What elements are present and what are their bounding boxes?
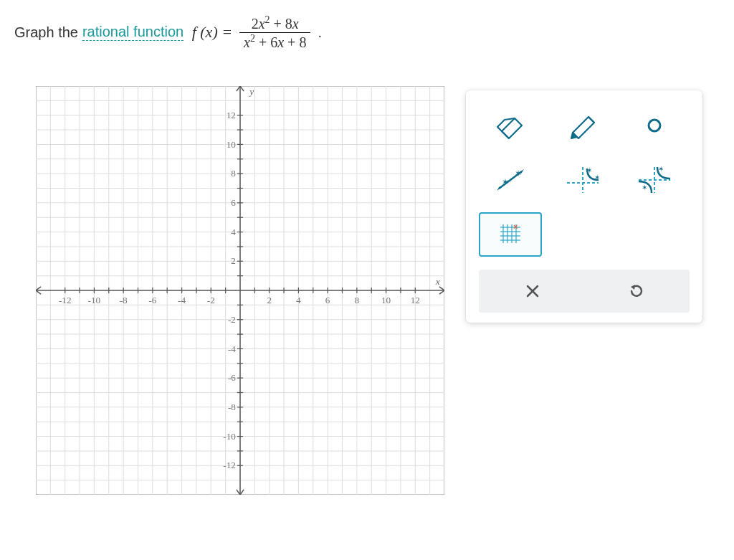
svg-text:8: 8	[231, 169, 236, 179]
svg-text:×: ×	[513, 222, 518, 231]
svg-text:✶: ✶	[515, 169, 522, 179]
hole-point-icon	[636, 111, 673, 140]
removable-discontinuity-tool-button[interactable]: ×	[479, 212, 542, 257]
line-tool-button[interactable]: ✶ ✶	[479, 158, 542, 202]
svg-text:✶: ✶	[642, 184, 647, 191]
svg-text:-2: -2	[228, 314, 236, 325]
pencil-tool-button[interactable]	[551, 103, 614, 148]
hole-point-tool-button[interactable]	[623, 103, 686, 148]
svg-text:4: 4	[296, 295, 301, 306]
svg-text:12: 12	[227, 110, 236, 120]
svg-text:-12: -12	[223, 460, 236, 471]
question-prompt: Graph the rational function f (x) = 2x2 …	[14, 14, 720, 50]
tool-panel: ✶ ✶ ✶ ✶	[466, 90, 702, 323]
pencil-icon	[564, 111, 601, 140]
svg-marker-156	[631, 285, 635, 290]
fraction: 2x2 + 8x x2 + 6x + 8	[239, 14, 310, 50]
svg-text:✶: ✶	[586, 166, 592, 174]
svg-text:2: 2	[267, 295, 272, 306]
svg-text:-6: -6	[148, 295, 156, 306]
svg-text:-2: -2	[207, 295, 215, 306]
svg-text:2: 2	[231, 256, 236, 267]
svg-text:4: 4	[231, 227, 236, 237]
undo-icon	[628, 283, 645, 300]
svg-text:6: 6	[325, 295, 330, 306]
svg-text:y: y	[248, 87, 254, 98]
svg-text:-10: -10	[223, 431, 236, 442]
svg-text:8: 8	[355, 295, 360, 306]
fn-left: f (x) =	[188, 23, 232, 42]
asymptote-pair-tool-button[interactable]: ✶ ✶	[551, 158, 614, 202]
eraser-tool-button[interactable]	[479, 103, 542, 148]
cancel-button[interactable]	[485, 275, 580, 307]
reset-button[interactable]	[588, 275, 684, 307]
svg-text:-4: -4	[228, 343, 236, 354]
hyperbola-tool-button[interactable]: ✶ ✶	[623, 158, 686, 202]
asymptote-pair-icon: ✶ ✶	[563, 164, 603, 196]
svg-text:6: 6	[231, 197, 236, 208]
svg-text:✶: ✶	[502, 177, 509, 187]
svg-text:-8: -8	[228, 402, 236, 412]
svg-text:-12: -12	[59, 295, 72, 306]
rational-function-link[interactable]: rational function	[82, 24, 184, 41]
svg-text:12: 12	[411, 295, 420, 306]
denominator: x2 + 6x + 8	[239, 32, 310, 51]
eraser-icon	[492, 111, 529, 140]
svg-text:10: 10	[227, 139, 237, 150]
graph-panel[interactable]: -12-10-8-6-4-2 24681012 12108642 -2-4-6-…	[36, 86, 444, 495]
svg-line-130	[588, 117, 594, 123]
svg-point-131	[649, 120, 660, 131]
svg-text:✶: ✶	[594, 174, 600, 181]
coordinate-grid[interactable]: -12-10-8-6-4-2 24681012 12108642 -2-4-6-…	[36, 86, 444, 495]
removable-discontinuity-icon: ×	[490, 219, 530, 250]
question-prefix: Graph the	[14, 24, 78, 41]
svg-text:✶: ✶	[658, 165, 664, 173]
line-icon: ✶ ✶	[492, 166, 529, 194]
svg-text:-6: -6	[228, 373, 236, 384]
question-suffix: .	[318, 24, 322, 41]
svg-line-129	[502, 131, 509, 138]
svg-text:-10: -10	[88, 295, 101, 306]
svg-text:10: 10	[381, 295, 391, 306]
svg-text:x: x	[435, 276, 440, 287]
close-icon	[525, 283, 540, 299]
svg-text:-8: -8	[120, 295, 128, 306]
hyperbola-icon: ✶ ✶	[634, 164, 675, 196]
numerator: 2x2 + 8x	[247, 14, 303, 32]
svg-text:-4: -4	[178, 295, 186, 306]
